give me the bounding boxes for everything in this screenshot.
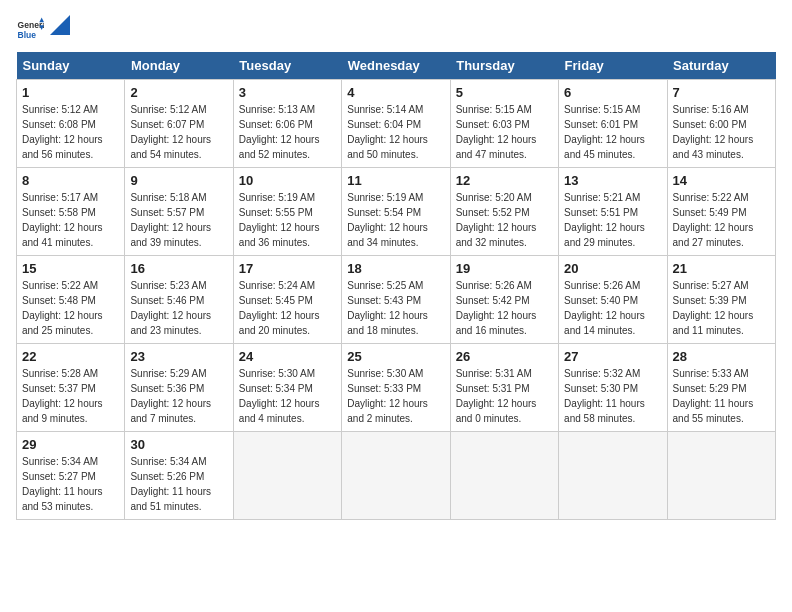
day-cell-8: 8Sunrise: 5:17 AM Sunset: 5:58 PM Daylig…: [17, 168, 125, 256]
day-number-6: 6: [564, 85, 661, 100]
day-info-22: Sunrise: 5:28 AM Sunset: 5:37 PM Dayligh…: [22, 366, 119, 426]
col-friday: Friday: [559, 52, 667, 80]
day-number-3: 3: [239, 85, 336, 100]
day-number-27: 27: [564, 349, 661, 364]
day-info-27: Sunrise: 5:32 AM Sunset: 5:30 PM Dayligh…: [564, 366, 661, 426]
day-cell-21: 21Sunrise: 5:27 AM Sunset: 5:39 PM Dayli…: [667, 256, 775, 344]
col-thursday: Thursday: [450, 52, 558, 80]
day-cell-7: 7Sunrise: 5:16 AM Sunset: 6:00 PM Daylig…: [667, 80, 775, 168]
day-number-25: 25: [347, 349, 444, 364]
day-info-9: Sunrise: 5:18 AM Sunset: 5:57 PM Dayligh…: [130, 190, 227, 250]
day-info-18: Sunrise: 5:25 AM Sunset: 5:43 PM Dayligh…: [347, 278, 444, 338]
day-cell-16: 16Sunrise: 5:23 AM Sunset: 5:46 PM Dayli…: [125, 256, 233, 344]
day-cell-10: 10Sunrise: 5:19 AM Sunset: 5:55 PM Dayli…: [233, 168, 341, 256]
empty-cell: [559, 432, 667, 520]
day-cell-26: 26Sunrise: 5:31 AM Sunset: 5:31 PM Dayli…: [450, 344, 558, 432]
day-info-2: Sunrise: 5:12 AM Sunset: 6:07 PM Dayligh…: [130, 102, 227, 162]
day-number-7: 7: [673, 85, 770, 100]
day-info-8: Sunrise: 5:17 AM Sunset: 5:58 PM Dayligh…: [22, 190, 119, 250]
day-number-2: 2: [130, 85, 227, 100]
day-cell-6: 6Sunrise: 5:15 AM Sunset: 6:01 PM Daylig…: [559, 80, 667, 168]
day-info-1: Sunrise: 5:12 AM Sunset: 6:08 PM Dayligh…: [22, 102, 119, 162]
day-info-4: Sunrise: 5:14 AM Sunset: 6:04 PM Dayligh…: [347, 102, 444, 162]
day-info-19: Sunrise: 5:26 AM Sunset: 5:42 PM Dayligh…: [456, 278, 553, 338]
day-info-23: Sunrise: 5:29 AM Sunset: 5:36 PM Dayligh…: [130, 366, 227, 426]
col-tuesday: Tuesday: [233, 52, 341, 80]
day-info-5: Sunrise: 5:15 AM Sunset: 6:03 PM Dayligh…: [456, 102, 553, 162]
day-info-3: Sunrise: 5:13 AM Sunset: 6:06 PM Dayligh…: [239, 102, 336, 162]
day-cell-11: 11Sunrise: 5:19 AM Sunset: 5:54 PM Dayli…: [342, 168, 450, 256]
day-info-16: Sunrise: 5:23 AM Sunset: 5:46 PM Dayligh…: [130, 278, 227, 338]
day-cell-22: 22Sunrise: 5:28 AM Sunset: 5:37 PM Dayli…: [17, 344, 125, 432]
day-number-22: 22: [22, 349, 119, 364]
day-number-15: 15: [22, 261, 119, 276]
day-cell-1: 1Sunrise: 5:12 AM Sunset: 6:08 PM Daylig…: [17, 80, 125, 168]
day-number-23: 23: [130, 349, 227, 364]
day-info-12: Sunrise: 5:20 AM Sunset: 5:52 PM Dayligh…: [456, 190, 553, 250]
day-info-25: Sunrise: 5:30 AM Sunset: 5:33 PM Dayligh…: [347, 366, 444, 426]
day-cell-4: 4Sunrise: 5:14 AM Sunset: 6:04 PM Daylig…: [342, 80, 450, 168]
day-cell-30: 30Sunrise: 5:34 AM Sunset: 5:26 PM Dayli…: [125, 432, 233, 520]
day-cell-9: 9Sunrise: 5:18 AM Sunset: 5:57 PM Daylig…: [125, 168, 233, 256]
header: General Blue: [16, 16, 776, 44]
day-info-21: Sunrise: 5:27 AM Sunset: 5:39 PM Dayligh…: [673, 278, 770, 338]
day-info-24: Sunrise: 5:30 AM Sunset: 5:34 PM Dayligh…: [239, 366, 336, 426]
day-number-21: 21: [673, 261, 770, 276]
day-number-30: 30: [130, 437, 227, 452]
svg-text:Blue: Blue: [18, 30, 37, 40]
day-cell-3: 3Sunrise: 5:13 AM Sunset: 6:06 PM Daylig…: [233, 80, 341, 168]
day-number-18: 18: [347, 261, 444, 276]
day-info-15: Sunrise: 5:22 AM Sunset: 5:48 PM Dayligh…: [22, 278, 119, 338]
day-info-28: Sunrise: 5:33 AM Sunset: 5:29 PM Dayligh…: [673, 366, 770, 426]
day-number-1: 1: [22, 85, 119, 100]
day-cell-29: 29Sunrise: 5:34 AM Sunset: 5:27 PM Dayli…: [17, 432, 125, 520]
day-number-10: 10: [239, 173, 336, 188]
day-cell-15: 15Sunrise: 5:22 AM Sunset: 5:48 PM Dayli…: [17, 256, 125, 344]
day-number-19: 19: [456, 261, 553, 276]
day-number-9: 9: [130, 173, 227, 188]
week-row-1: 1Sunrise: 5:12 AM Sunset: 6:08 PM Daylig…: [17, 80, 776, 168]
day-number-16: 16: [130, 261, 227, 276]
day-number-13: 13: [564, 173, 661, 188]
days-of-week-row: Sunday Monday Tuesday Wednesday Thursday…: [17, 52, 776, 80]
day-cell-24: 24Sunrise: 5:30 AM Sunset: 5:34 PM Dayli…: [233, 344, 341, 432]
week-row-4: 22Sunrise: 5:28 AM Sunset: 5:37 PM Dayli…: [17, 344, 776, 432]
empty-cell: [342, 432, 450, 520]
calendar-table: Sunday Monday Tuesday Wednesday Thursday…: [16, 52, 776, 520]
day-info-17: Sunrise: 5:24 AM Sunset: 5:45 PM Dayligh…: [239, 278, 336, 338]
day-number-8: 8: [22, 173, 119, 188]
day-cell-23: 23Sunrise: 5:29 AM Sunset: 5:36 PM Dayli…: [125, 344, 233, 432]
day-cell-17: 17Sunrise: 5:24 AM Sunset: 5:45 PM Dayli…: [233, 256, 341, 344]
day-number-29: 29: [22, 437, 119, 452]
day-info-20: Sunrise: 5:26 AM Sunset: 5:40 PM Dayligh…: [564, 278, 661, 338]
day-number-5: 5: [456, 85, 553, 100]
empty-cell: [233, 432, 341, 520]
col-monday: Monday: [125, 52, 233, 80]
day-number-26: 26: [456, 349, 553, 364]
day-cell-14: 14Sunrise: 5:22 AM Sunset: 5:49 PM Dayli…: [667, 168, 775, 256]
day-number-11: 11: [347, 173, 444, 188]
day-info-11: Sunrise: 5:19 AM Sunset: 5:54 PM Dayligh…: [347, 190, 444, 250]
day-cell-18: 18Sunrise: 5:25 AM Sunset: 5:43 PM Dayli…: [342, 256, 450, 344]
col-saturday: Saturday: [667, 52, 775, 80]
day-cell-19: 19Sunrise: 5:26 AM Sunset: 5:42 PM Dayli…: [450, 256, 558, 344]
col-wednesday: Wednesday: [342, 52, 450, 80]
svg-marker-4: [50, 15, 70, 35]
day-number-20: 20: [564, 261, 661, 276]
empty-cell: [667, 432, 775, 520]
day-cell-27: 27Sunrise: 5:32 AM Sunset: 5:30 PM Dayli…: [559, 344, 667, 432]
day-info-10: Sunrise: 5:19 AM Sunset: 5:55 PM Dayligh…: [239, 190, 336, 250]
col-sunday: Sunday: [17, 52, 125, 80]
day-cell-5: 5Sunrise: 5:15 AM Sunset: 6:03 PM Daylig…: [450, 80, 558, 168]
logo: General Blue: [16, 16, 70, 44]
week-row-3: 15Sunrise: 5:22 AM Sunset: 5:48 PM Dayli…: [17, 256, 776, 344]
day-cell-13: 13Sunrise: 5:21 AM Sunset: 5:51 PM Dayli…: [559, 168, 667, 256]
day-info-13: Sunrise: 5:21 AM Sunset: 5:51 PM Dayligh…: [564, 190, 661, 250]
day-cell-25: 25Sunrise: 5:30 AM Sunset: 5:33 PM Dayli…: [342, 344, 450, 432]
day-cell-12: 12Sunrise: 5:20 AM Sunset: 5:52 PM Dayli…: [450, 168, 558, 256]
day-cell-20: 20Sunrise: 5:26 AM Sunset: 5:40 PM Dayli…: [559, 256, 667, 344]
day-number-28: 28: [673, 349, 770, 364]
day-info-7: Sunrise: 5:16 AM Sunset: 6:00 PM Dayligh…: [673, 102, 770, 162]
week-row-2: 8Sunrise: 5:17 AM Sunset: 5:58 PM Daylig…: [17, 168, 776, 256]
day-info-29: Sunrise: 5:34 AM Sunset: 5:27 PM Dayligh…: [22, 454, 119, 514]
